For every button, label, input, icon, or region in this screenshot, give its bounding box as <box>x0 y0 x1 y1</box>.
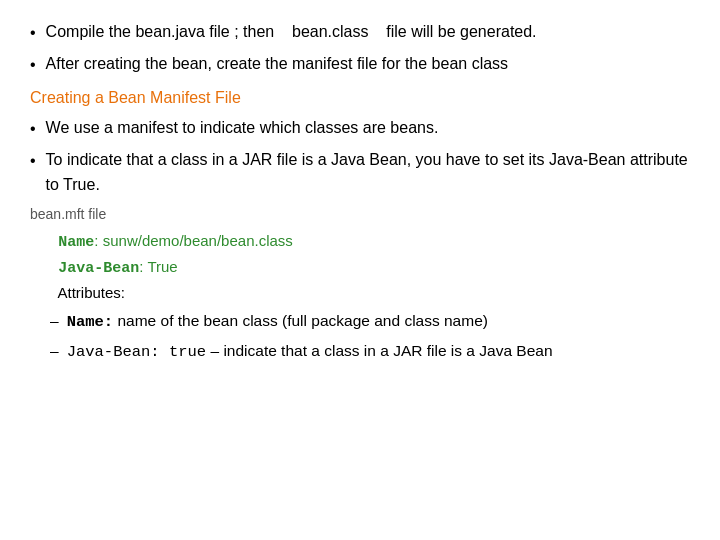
bullet-text: To indicate that a class in a JAR file i… <box>46 148 690 198</box>
bullet-dot: • <box>30 53 36 78</box>
code-inline: Name: <box>67 313 114 331</box>
code-block: Name: sunw/demo/bean/bean.class Java-Bea… <box>50 229 690 305</box>
code-inline: Java-Bean: true <box>67 343 207 361</box>
code-keyword: Java-Bean <box>58 260 139 277</box>
dash-symbol: – <box>50 309 59 332</box>
bullet-text: We use a manifest to indicate which clas… <box>46 116 690 141</box>
list-item: • We use a manifest to indicate which cl… <box>30 116 690 142</box>
dash-text: Name: name of the bean class (full packa… <box>67 309 488 334</box>
list-item: – Java-Bean: true – indicate that a clas… <box>50 339 690 364</box>
section-heading: Creating a Bean Manifest File <box>30 86 690 111</box>
bullet-dot: • <box>30 117 36 142</box>
top-bullet-list: • Compile the bean.java file ; then bean… <box>30 20 690 78</box>
code-line-javabean: Java-Bean: True <box>50 255 690 281</box>
code-label: bean.mft file <box>30 204 690 226</box>
list-item: • After creating the bean, create the ma… <box>30 52 690 78</box>
code-line-attributes: Attributes: <box>50 281 690 305</box>
dash-list: – Name: name of the bean class (full pac… <box>50 309 690 364</box>
bullet-text: Compile the bean.java file ; then bean.c… <box>46 20 690 45</box>
list-item: • Compile the bean.java file ; then bean… <box>30 20 690 46</box>
dash-symbol: – <box>50 339 59 362</box>
bullet-text: After creating the bean, create the mani… <box>46 52 690 77</box>
dash-text: Java-Bean: true – indicate that a class … <box>67 339 553 364</box>
bullet-dot: • <box>30 149 36 174</box>
section-bullet-list: • We use a manifest to indicate which cl… <box>30 116 690 197</box>
code-value: : True <box>139 258 177 275</box>
list-item: – Name: name of the bean class (full pac… <box>50 309 690 334</box>
code-value: : sunw/demo/bean/bean.class <box>94 232 292 249</box>
code-keyword: Name <box>58 234 94 251</box>
list-item: • To indicate that a class in a JAR file… <box>30 148 690 198</box>
code-line-name: Name: sunw/demo/bean/bean.class <box>50 229 690 255</box>
bullet-dot: • <box>30 21 36 46</box>
main-content: • Compile the bean.java file ; then bean… <box>0 0 720 388</box>
